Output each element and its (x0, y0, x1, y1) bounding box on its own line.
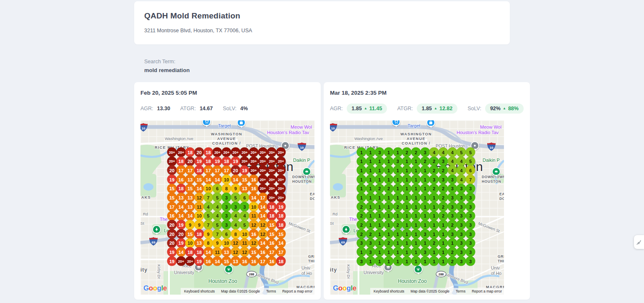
rank-marker[interactable]: 16 (249, 256, 259, 266)
rank-marker[interactable]: 18 (195, 166, 204, 175)
rank-marker[interactable]: 1 (393, 166, 402, 175)
rank-marker[interactable]: 16 (249, 175, 259, 184)
rank-marker[interactable]: 20+ (276, 166, 286, 175)
rank-marker[interactable]: 3 (466, 229, 475, 239)
rank-marker[interactable]: 9 (203, 229, 213, 239)
rank-marker[interactable]: 1 (420, 193, 430, 202)
rank-marker[interactable]: 1 (411, 256, 421, 266)
rank-marker[interactable]: 14 (195, 184, 204, 193)
rank-marker[interactable]: 20+ (167, 156, 177, 166)
rank-marker[interactable]: 20+ (240, 156, 249, 166)
rank-marker[interactable]: 6 (222, 229, 231, 239)
rank-marker[interactable]: 17 (167, 202, 177, 212)
rank-marker[interactable]: 1 (439, 256, 448, 266)
rank-marker[interactable]: 2 (357, 202, 366, 212)
rank-marker[interactable]: 4 (231, 211, 240, 220)
rank-marker[interactable]: 12 (195, 193, 204, 202)
rank-marker[interactable]: 3 (447, 202, 457, 212)
report-map-error-link[interactable]: Report a map error (282, 289, 312, 293)
rank-marker[interactable]: 10 (203, 184, 213, 193)
rank-marker[interactable]: 20+ (240, 148, 249, 157)
rank-marker[interactable]: 10 (249, 202, 259, 212)
rank-marker[interactable]: 1 (447, 238, 457, 248)
rank-marker[interactable]: 1 (411, 166, 421, 175)
rank-marker[interactable]: 1 (429, 202, 439, 212)
rank-marker[interactable]: 19 (276, 202, 286, 212)
rank-marker[interactable]: 20+ (258, 175, 267, 184)
rank-marker[interactable]: 8 (222, 184, 231, 193)
rank-marker[interactable]: 1 (393, 238, 402, 248)
rank-marker[interactable]: 20+ (267, 175, 277, 184)
rank-marker[interactable]: 1 (411, 247, 421, 257)
rank-marker[interactable]: 14 (176, 211, 186, 220)
rank-marker[interactable]: 1 (411, 193, 421, 202)
rank-marker[interactable]: 1 (384, 148, 394, 157)
rank-marker[interactable]: 14 (231, 175, 240, 184)
rank-marker[interactable]: 16 (249, 229, 259, 239)
rank-marker[interactable]: 1 (384, 256, 394, 266)
rank-marker[interactable]: 1 (402, 238, 412, 248)
rank-marker[interactable]: 20+ (267, 156, 277, 166)
rank-marker[interactable]: 1 (375, 175, 384, 184)
rank-marker[interactable]: 1 (402, 247, 412, 257)
rank-marker[interactable]: 20+ (267, 166, 277, 175)
rank-marker[interactable]: 1 (366, 184, 375, 193)
rank-marker[interactable]: 2 (357, 229, 366, 239)
rank-marker[interactable]: 3 (420, 247, 430, 257)
rank-marker[interactable]: 7 (213, 229, 222, 239)
rank-marker[interactable]: 16 (267, 238, 277, 248)
rank-marker[interactable]: 1 (439, 229, 448, 239)
rank-marker[interactable]: 20+ (231, 148, 240, 157)
rank-marker[interactable]: 1 (384, 220, 394, 230)
rank-marker[interactable]: 1 (393, 148, 402, 157)
rank-marker[interactable]: 16 (249, 184, 259, 193)
rank-marker[interactable]: 6 (213, 184, 222, 193)
rank-marker[interactable]: 1 (411, 175, 421, 184)
rank-marker[interactable]: 15 (167, 184, 177, 193)
rank-marker[interactable]: 20+ (276, 193, 286, 202)
rank-marker[interactable]: 3 (420, 148, 430, 157)
rank-marker[interactable]: 19 (213, 156, 222, 166)
rank-marker[interactable]: 10 (222, 238, 231, 248)
rank-marker[interactable]: 3 (357, 256, 366, 266)
rank-marker[interactable]: 3 (466, 247, 475, 257)
rank-marker[interactable]: 18 (203, 148, 213, 157)
rank-marker[interactable]: 5 (231, 193, 240, 202)
rank-marker[interactable]: 15 (185, 229, 195, 239)
chat-widget-button[interactable] (634, 235, 644, 249)
rank-marker[interactable]: 18 (267, 202, 277, 212)
rank-marker[interactable]: 1 (357, 166, 366, 175)
rank-marker[interactable]: 2 (429, 156, 439, 166)
rank-marker[interactable]: 3 (457, 184, 466, 193)
rank-marker[interactable]: 3 (222, 220, 231, 230)
rank-marker[interactable]: 1 (375, 202, 384, 212)
rank-marker[interactable]: 4 (240, 211, 249, 220)
rank-marker[interactable]: 2 (384, 238, 394, 248)
rank-marker[interactable]: 8 (231, 229, 240, 239)
rank-marker[interactable]: 11 (240, 238, 249, 248)
rank-marker[interactable]: 15 (195, 175, 204, 184)
rank-marker[interactable]: 14 (258, 202, 267, 212)
rank-marker[interactable]: 20+ (276, 156, 286, 166)
rank-marker[interactable]: 20+ (213, 148, 222, 157)
rank-marker[interactable]: 1 (420, 166, 430, 175)
rank-marker[interactable]: 10 (222, 175, 231, 184)
rank-marker[interactable]: 20+ (176, 256, 186, 266)
rank-marker[interactable]: 5 (457, 148, 466, 157)
rank-marker[interactable]: 5 (466, 156, 475, 166)
keyboard-shortcuts-link[interactable]: Keyboard shortcuts (374, 289, 404, 293)
rank-marker[interactable]: 10 (195, 211, 204, 220)
rank-marker[interactable]: 2 (429, 238, 439, 248)
geo-grid-map[interactable]: Washington Ave WASHINGTONAVENUECOALITION… (140, 120, 314, 295)
rank-marker[interactable]: 2 (411, 148, 421, 157)
rank-marker[interactable]: 17 (258, 256, 267, 266)
rank-marker[interactable]: 10 (185, 238, 195, 248)
rank-marker[interactable]: 3 (447, 211, 457, 220)
rank-marker[interactable]: 18 (222, 156, 231, 166)
rank-marker[interactable]: 1 (439, 247, 448, 257)
rank-marker[interactable]: 11 (195, 202, 204, 212)
google-logo[interactable]: Google (333, 284, 356, 293)
rank-marker[interactable]: 11 (213, 247, 222, 257)
rank-marker[interactable]: 1 (375, 211, 384, 220)
rank-marker[interactable]: 1 (384, 156, 394, 166)
